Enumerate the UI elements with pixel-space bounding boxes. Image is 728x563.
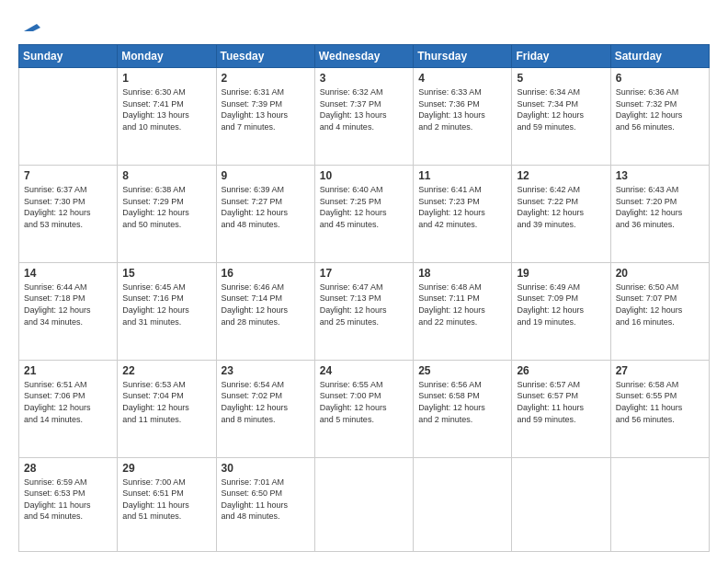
calendar-cell bbox=[314, 457, 413, 551]
cell-text: Sunrise: 6:34 AMSunset: 7:34 PMDaylight:… bbox=[517, 86, 605, 132]
cell-text: Sunrise: 6:49 AMSunset: 7:09 PMDaylight:… bbox=[517, 282, 605, 327]
day-number: 29 bbox=[122, 462, 210, 475]
calendar-cell: 6Sunrise: 6:36 AMSunset: 7:32 PMDaylight… bbox=[610, 68, 709, 166]
day-number: 5 bbox=[517, 72, 605, 85]
calendar-cell bbox=[19, 68, 118, 166]
calendar-cell: 20Sunrise: 6:50 AMSunset: 7:07 PMDayligh… bbox=[610, 262, 709, 360]
day-number: 26 bbox=[517, 364, 605, 377]
calendar-cell: 17Sunrise: 6:47 AMSunset: 7:13 PMDayligh… bbox=[314, 262, 413, 360]
calendar-cell: 4Sunrise: 6:33 AMSunset: 7:36 PMDaylight… bbox=[414, 68, 512, 166]
cell-text: Sunrise: 6:56 AMSunset: 6:58 PMDaylight:… bbox=[418, 379, 506, 425]
day-number: 23 bbox=[222, 364, 310, 377]
day-number: 16 bbox=[222, 267, 310, 280]
calendar-cell: 21Sunrise: 6:51 AMSunset: 7:06 PMDayligh… bbox=[19, 360, 118, 457]
weekday-header-thursday: Thursday bbox=[414, 45, 512, 68]
day-number: 22 bbox=[122, 364, 210, 377]
cell-text: Sunrise: 6:51 AMSunset: 7:06 PMDaylight:… bbox=[24, 379, 112, 425]
day-number: 9 bbox=[222, 169, 310, 182]
cell-text: Sunrise: 6:43 AMSunset: 7:20 PMDaylight:… bbox=[616, 184, 704, 230]
weekday-header-monday: Monday bbox=[118, 45, 216, 68]
calendar-cell: 26Sunrise: 6:57 AMSunset: 6:57 PMDayligh… bbox=[512, 360, 610, 457]
calendar-cell bbox=[414, 457, 512, 551]
day-number: 24 bbox=[320, 364, 408, 377]
calendar-cell: 27Sunrise: 6:58 AMSunset: 6:55 PMDayligh… bbox=[610, 360, 709, 457]
day-number: 4 bbox=[418, 72, 506, 85]
cell-text: Sunrise: 6:57 AMSunset: 6:57 PMDaylight:… bbox=[517, 379, 605, 425]
cell-text: Sunrise: 6:55 AMSunset: 7:00 PMDaylight:… bbox=[320, 379, 408, 425]
calendar-cell: 18Sunrise: 6:48 AMSunset: 7:11 PMDayligh… bbox=[414, 262, 512, 360]
calendar-week-4: 28Sunrise: 6:59 AMSunset: 6:53 PMDayligh… bbox=[19, 457, 710, 551]
calendar-cell: 10Sunrise: 6:40 AMSunset: 7:25 PMDayligh… bbox=[314, 165, 413, 262]
day-number: 13 bbox=[616, 169, 704, 182]
calendar-cell: 1Sunrise: 6:30 AMSunset: 7:41 PMDaylight… bbox=[118, 68, 216, 166]
calendar-week-0: 1Sunrise: 6:30 AMSunset: 7:41 PMDaylight… bbox=[19, 68, 710, 166]
cell-text: Sunrise: 6:48 AMSunset: 7:11 PMDaylight:… bbox=[418, 282, 506, 327]
cell-text: Sunrise: 7:00 AMSunset: 6:51 PMDaylight:… bbox=[122, 477, 210, 523]
day-number: 6 bbox=[616, 72, 704, 85]
cell-text: Sunrise: 6:58 AMSunset: 6:55 PMDaylight:… bbox=[616, 379, 704, 425]
calendar-cell: 23Sunrise: 6:54 AMSunset: 7:02 PMDayligh… bbox=[216, 360, 314, 457]
cell-text: Sunrise: 6:31 AMSunset: 7:39 PMDaylight:… bbox=[222, 86, 310, 132]
calendar-week-3: 21Sunrise: 6:51 AMSunset: 7:06 PMDayligh… bbox=[19, 360, 710, 457]
day-number: 19 bbox=[517, 267, 605, 280]
calendar-table: SundayMondayTuesdayWednesdayThursdayFrid… bbox=[18, 44, 710, 552]
calendar-cell bbox=[610, 457, 709, 551]
cell-text: Sunrise: 6:46 AMSunset: 7:14 PMDaylight:… bbox=[222, 282, 310, 327]
weekday-header-friday: Friday bbox=[512, 45, 610, 68]
calendar-cell: 3Sunrise: 6:32 AMSunset: 7:37 PMDaylight… bbox=[314, 68, 413, 166]
cell-text: Sunrise: 6:30 AMSunset: 7:41 PMDaylight:… bbox=[122, 86, 210, 132]
day-number: 15 bbox=[122, 267, 210, 280]
calendar-cell: 28Sunrise: 6:59 AMSunset: 6:53 PMDayligh… bbox=[19, 457, 118, 551]
day-number: 7 bbox=[24, 169, 112, 182]
logo-icon bbox=[20, 15, 40, 35]
cell-text: Sunrise: 6:45 AMSunset: 7:16 PMDaylight:… bbox=[122, 282, 210, 327]
calendar-cell: 30Sunrise: 7:01 AMSunset: 6:50 PMDayligh… bbox=[216, 457, 314, 551]
weekday-header-saturday: Saturday bbox=[610, 45, 709, 68]
cell-text: Sunrise: 6:38 AMSunset: 7:29 PMDaylight:… bbox=[122, 184, 210, 230]
cell-text: Sunrise: 6:53 AMSunset: 7:04 PMDaylight:… bbox=[122, 379, 210, 425]
calendar-cell: 16Sunrise: 6:46 AMSunset: 7:14 PMDayligh… bbox=[216, 262, 314, 360]
cell-text: Sunrise: 7:01 AMSunset: 6:50 PMDaylight:… bbox=[222, 477, 310, 523]
cell-text: Sunrise: 6:37 AMSunset: 7:30 PMDaylight:… bbox=[24, 184, 112, 230]
cell-text: Sunrise: 6:40 AMSunset: 7:25 PMDaylight:… bbox=[320, 184, 408, 230]
day-number: 8 bbox=[122, 169, 210, 182]
cell-text: Sunrise: 6:39 AMSunset: 7:27 PMDaylight:… bbox=[222, 184, 310, 230]
page: SundayMondayTuesdayWednesdayThursdayFrid… bbox=[0, 0, 728, 563]
cell-text: Sunrise: 6:41 AMSunset: 7:23 PMDaylight:… bbox=[418, 184, 506, 230]
calendar-cell: 8Sunrise: 6:38 AMSunset: 7:29 PMDaylight… bbox=[118, 165, 216, 262]
calendar-cell: 29Sunrise: 7:00 AMSunset: 6:51 PMDayligh… bbox=[118, 457, 216, 551]
day-number: 20 bbox=[616, 267, 704, 280]
day-number: 11 bbox=[418, 169, 506, 182]
cell-text: Sunrise: 6:33 AMSunset: 7:36 PMDaylight:… bbox=[418, 86, 506, 132]
day-number: 18 bbox=[418, 267, 506, 280]
cell-text: Sunrise: 6:47 AMSunset: 7:13 PMDaylight:… bbox=[320, 282, 408, 327]
calendar-cell: 11Sunrise: 6:41 AMSunset: 7:23 PMDayligh… bbox=[414, 165, 512, 262]
day-number: 14 bbox=[24, 267, 112, 280]
day-number: 12 bbox=[517, 169, 605, 182]
calendar-cell: 15Sunrise: 6:45 AMSunset: 7:16 PMDayligh… bbox=[118, 262, 216, 360]
calendar-cell bbox=[512, 457, 610, 551]
calendar-week-1: 7Sunrise: 6:37 AMSunset: 7:30 PMDaylight… bbox=[19, 165, 710, 262]
calendar-cell: 2Sunrise: 6:31 AMSunset: 7:39 PMDaylight… bbox=[216, 68, 314, 166]
calendar-cell: 12Sunrise: 6:42 AMSunset: 7:22 PMDayligh… bbox=[512, 165, 610, 262]
calendar-cell: 19Sunrise: 6:49 AMSunset: 7:09 PMDayligh… bbox=[512, 262, 610, 360]
day-number: 28 bbox=[24, 462, 112, 475]
day-number: 27 bbox=[616, 364, 704, 377]
cell-text: Sunrise: 6:44 AMSunset: 7:18 PMDaylight:… bbox=[24, 282, 112, 327]
day-number: 3 bbox=[320, 72, 408, 85]
calendar-cell: 5Sunrise: 6:34 AMSunset: 7:34 PMDaylight… bbox=[512, 68, 610, 166]
day-number: 17 bbox=[320, 267, 408, 280]
day-number: 10 bbox=[320, 169, 408, 182]
svg-marker-0 bbox=[24, 24, 40, 31]
day-number: 21 bbox=[24, 364, 112, 377]
cell-text: Sunrise: 6:50 AMSunset: 7:07 PMDaylight:… bbox=[616, 282, 704, 327]
cell-text: Sunrise: 6:32 AMSunset: 7:37 PMDaylight:… bbox=[320, 86, 408, 132]
day-number: 2 bbox=[222, 72, 310, 85]
calendar-cell: 22Sunrise: 6:53 AMSunset: 7:04 PMDayligh… bbox=[118, 360, 216, 457]
logo bbox=[18, 15, 40, 35]
cell-text: Sunrise: 6:54 AMSunset: 7:02 PMDaylight:… bbox=[222, 379, 310, 425]
weekday-header-wednesday: Wednesday bbox=[314, 45, 413, 68]
cell-text: Sunrise: 6:36 AMSunset: 7:32 PMDaylight:… bbox=[616, 86, 704, 132]
cell-text: Sunrise: 6:42 AMSunset: 7:22 PMDaylight:… bbox=[517, 184, 605, 230]
weekday-header-tuesday: Tuesday bbox=[216, 45, 314, 68]
